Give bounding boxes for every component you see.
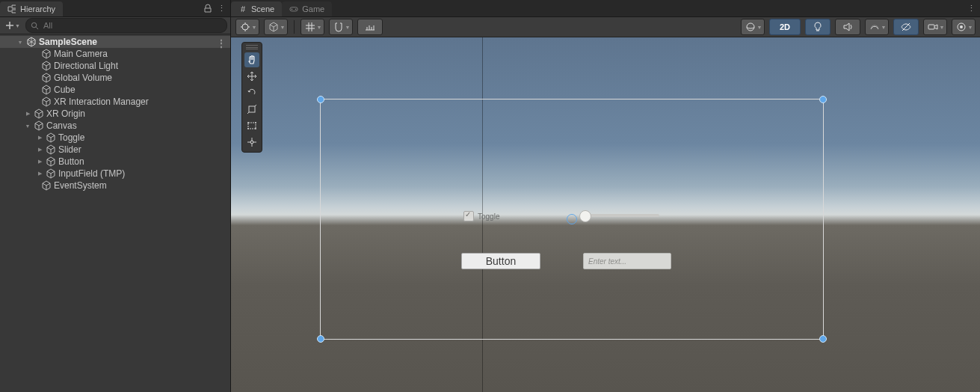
- fx-dropdown[interactable]: ▼: [865, 19, 889, 35]
- gameobject-icon: [46, 144, 56, 155]
- resize-handle-br[interactable]: [819, 335, 827, 343]
- foldout-icon[interactable]: [16, 38, 24, 46]
- unity-logo-icon: [26, 37, 37, 47]
- tool-handle-dropdown[interactable]: ▼: [235, 19, 259, 35]
- tab-game[interactable]: Game: [282, 1, 332, 16]
- lighting-toggle[interactable]: [805, 19, 830, 35]
- foldout-icon[interactable]: [24, 110, 31, 117]
- grid-visibility-dropdown[interactable]: ▼: [301, 19, 324, 35]
- drag-handle-icon[interactable]: [246, 45, 258, 49]
- tree-row-label: Directional Light: [54, 61, 118, 71]
- checkbox-icon: [463, 211, 474, 221]
- tree-row[interactable]: Main Camera: [0, 48, 230, 60]
- ui-toggle[interactable]: Toggle: [463, 211, 499, 221]
- mode-2d-toggle[interactable]: 2D: [769, 19, 801, 35]
- resize-handle-tr[interactable]: [819, 96, 827, 103]
- tree-row[interactable]: Button: [0, 156, 230, 168]
- tab-hierarchy[interactable]: Hierarchy: [0, 1, 63, 16]
- ui-button-label: Button: [486, 255, 516, 267]
- slider-knob[interactable]: [579, 210, 591, 222]
- scene-root-label: SampleScene: [39, 37, 97, 47]
- hierarchy-search-input[interactable]: [42, 20, 222, 31]
- lock-icon[interactable]: [203, 4, 212, 13]
- ui-input-field[interactable]: Enter text...: [583, 253, 671, 269]
- tree-row[interactable]: Slider: [0, 144, 230, 156]
- scene-tab-row: # Scene Game ⋮: [231, 0, 980, 17]
- svg-point-3: [295, 8, 297, 10]
- snap-dropdown[interactable]: ▼: [329, 19, 353, 35]
- foldout-icon[interactable]: [36, 134, 43, 141]
- scene-root-row[interactable]: SampleScene ⋮: [0, 36, 230, 48]
- gameobject-icon: [46, 132, 56, 143]
- ui-button[interactable]: Button: [461, 253, 540, 269]
- hierarchy-icon: [7, 4, 16, 13]
- tree-row-label: InputField (TMP): [58, 168, 125, 179]
- tree-row-label: Cube: [54, 85, 75, 95]
- svg-point-2: [292, 8, 293, 10]
- rect-tool[interactable]: [244, 118, 259, 133]
- kebab-menu-icon[interactable]: ⋮: [217, 4, 226, 13]
- gameobject-icon: [41, 180, 52, 191]
- resize-handle-tl[interactable]: [317, 96, 324, 103]
- tree-row[interactable]: Cube: [0, 84, 230, 96]
- draw-mode-dropdown[interactable]: ▼: [741, 19, 765, 35]
- gameobject-icon: [46, 156, 56, 167]
- gameobject-icon: [34, 120, 44, 131]
- create-dropdown[interactable]: ▼: [3, 19, 22, 32]
- svg-point-5: [747, 23, 754, 31]
- scene-viewport[interactable]: Toggle Button Enter text...: [231, 37, 980, 392]
- tree-row[interactable]: Directional Light: [0, 60, 230, 72]
- canvas-origin-gizmo[interactable]: [567, 214, 577, 224]
- move-tool[interactable]: [244, 69, 259, 84]
- hierarchy-search[interactable]: [25, 18, 227, 33]
- scene-toolbar: ▼ ▼ ▼ ▼ ▼ 2D: [231, 17, 980, 37]
- svg-point-13: [247, 128, 249, 129]
- tab-scene[interactable]: # Scene: [231, 1, 282, 16]
- scene-panel: # Scene Game ⋮ ▼ ▼: [231, 0, 980, 392]
- kebab-menu-icon[interactable]: ⋮: [217, 38, 226, 49]
- foldout-icon[interactable]: [24, 122, 31, 129]
- hierarchy-tab-label: Hierarchy: [20, 4, 55, 13]
- svg-point-12: [255, 122, 256, 123]
- tree-row[interactable]: XR Origin: [0, 108, 230, 120]
- hierarchy-toolbar: ▼: [0, 17, 230, 34]
- game-tab-label: Game: [302, 4, 324, 13]
- gizmos-dropdown[interactable]: ▼: [952, 19, 976, 35]
- resize-handle-bl[interactable]: [317, 335, 324, 343]
- hand-tool[interactable]: [244, 52, 259, 67]
- ui-slider[interactable]: [582, 214, 659, 217]
- tree-row[interactable]: Canvas: [0, 120, 230, 132]
- tree-row-label: EventSystem: [54, 180, 107, 191]
- snap-increment-button[interactable]: [357, 19, 383, 35]
- gamepad-icon: [289, 4, 298, 13]
- tree-row[interactable]: EventSystem: [0, 180, 230, 192]
- canvas-selection-rect[interactable]: Toggle Button Enter text...: [320, 99, 824, 340]
- tree-row[interactable]: InputField (TMP): [0, 168, 230, 180]
- tree-row[interactable]: XR Interaction Manager: [0, 96, 230, 108]
- hierarchy-tab-row: Hierarchy ⋮: [0, 0, 230, 17]
- kebab-menu-icon[interactable]: ⋮: [967, 4, 976, 13]
- svg-rect-1: [290, 7, 298, 10]
- search-icon: [31, 22, 39, 30]
- ui-input-placeholder: Enter text...: [588, 257, 626, 266]
- tree-row[interactable]: Global Volume: [0, 72, 230, 84]
- scene-tools-overlay: [241, 42, 262, 153]
- ui-toggle-label: Toggle: [478, 212, 499, 221]
- hierarchy-panel: Hierarchy ⋮ ▼: [0, 0, 231, 392]
- audio-toggle[interactable]: [835, 19, 860, 35]
- scale-tool[interactable]: [244, 102, 259, 117]
- tree-row[interactable]: Toggle: [0, 132, 230, 144]
- scene-tab-label: Scene: [251, 4, 274, 13]
- visibility-toggle[interactable]: [893, 19, 919, 35]
- foldout-icon[interactable]: [36, 146, 43, 153]
- foldout-icon[interactable]: [36, 170, 43, 177]
- pivot-dropdown[interactable]: ▼: [264, 19, 288, 35]
- transform-tool[interactable]: [244, 135, 259, 150]
- svg-point-0: [31, 22, 36, 27]
- svg-point-4: [242, 24, 248, 30]
- rotate-tool[interactable]: [244, 85, 259, 100]
- gameobject-icon: [41, 49, 52, 59]
- foldout-icon[interactable]: [36, 158, 43, 165]
- camera-dropdown[interactable]: ▼: [923, 19, 947, 35]
- tree-row-label: Slider: [58, 144, 81, 155]
